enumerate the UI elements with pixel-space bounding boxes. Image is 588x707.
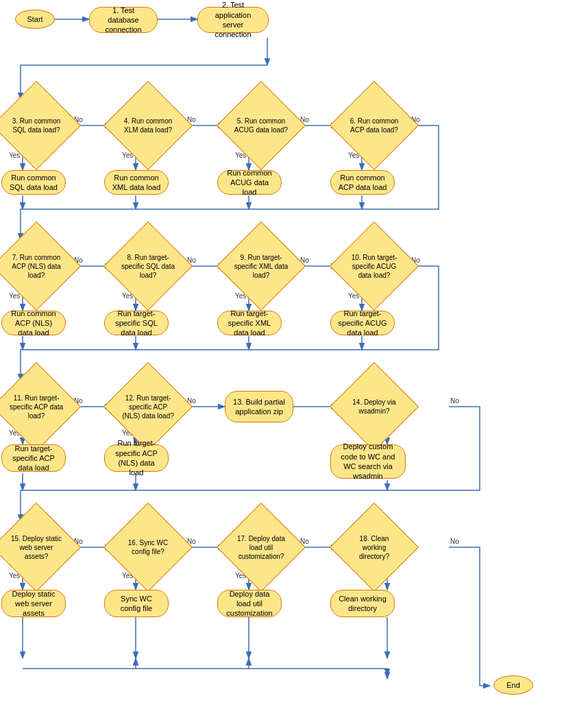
diamond-6: 6. Run common ACP data load?: [338, 101, 411, 149]
diamond-14: 14. Deploy via wsadmin?: [338, 383, 411, 431]
diamond-16: 16. Sync WC config file?: [112, 523, 184, 571]
action-4: Run common XML data load: [104, 170, 169, 195]
action-15: Deploy static web server assets: [1, 590, 66, 617]
diamond-18: 18. Clean working directory?: [338, 523, 411, 571]
diamond-8: 8. Run target-specific SQL data load?: [112, 242, 184, 290]
flowchart-diagram: No No No No Yes Yes Yes Yes No No: [0, 0, 588, 707]
action-14: Deploy custom code to WC and WC search v…: [330, 444, 406, 479]
action-18: Clean working directory: [330, 590, 395, 617]
diamond-12: 12. Run target-specific ACP (NLS) data l…: [112, 383, 184, 431]
action-9: Run target-specific XML data load: [217, 311, 282, 335]
svg-text:No: No: [450, 538, 459, 545]
action-8: Run target-specific SQL data load: [104, 311, 169, 335]
action-11: Run target-specific ACP data load: [1, 444, 66, 472]
action-10: Run target-specific ACUG data load: [330, 311, 395, 335]
end-node: End: [493, 675, 533, 695]
diamond-9: 9. Run target-specific XML data load?: [225, 242, 297, 290]
action-16: Sync WC config file: [104, 590, 169, 617]
diamond-15: 15. Deploy static web server assets?: [0, 523, 73, 571]
action-7: Run common ACP (NLS) data load: [1, 311, 66, 335]
node-1: 1. Test database connection: [89, 7, 158, 33]
action-17: Deploy data load util customization: [217, 590, 282, 617]
diamond-10: 10. Run target-specific ACUG data load?: [338, 242, 411, 290]
diamond-17: 17. Deploy data load util customization?: [225, 523, 297, 571]
diamond-3: 3. Run common SQL data load?: [0, 101, 73, 149]
action-12: Run target-specific ACP (NLS) data load: [104, 444, 169, 472]
action-6: Run common ACP data load: [330, 170, 395, 195]
diamond-5: 5. Run common ACUG data load?: [225, 101, 297, 149]
start-node: Start: [15, 10, 55, 29]
action-3: Run common SQL data load: [1, 170, 66, 195]
diamond-11: 11. Run target-specific ACP data load?: [0, 383, 73, 431]
node-2: 2. Test application server connection: [197, 7, 269, 33]
diamond-4: 4. Run common XLM data load?: [112, 101, 184, 149]
action-5: Run common ACUG data load: [217, 170, 282, 195]
diamond-7: 7. Run common ACP (NLS) data load?: [0, 242, 73, 290]
svg-text:No: No: [450, 397, 459, 405]
node-13: 13. Build partial application zip: [225, 391, 293, 422]
